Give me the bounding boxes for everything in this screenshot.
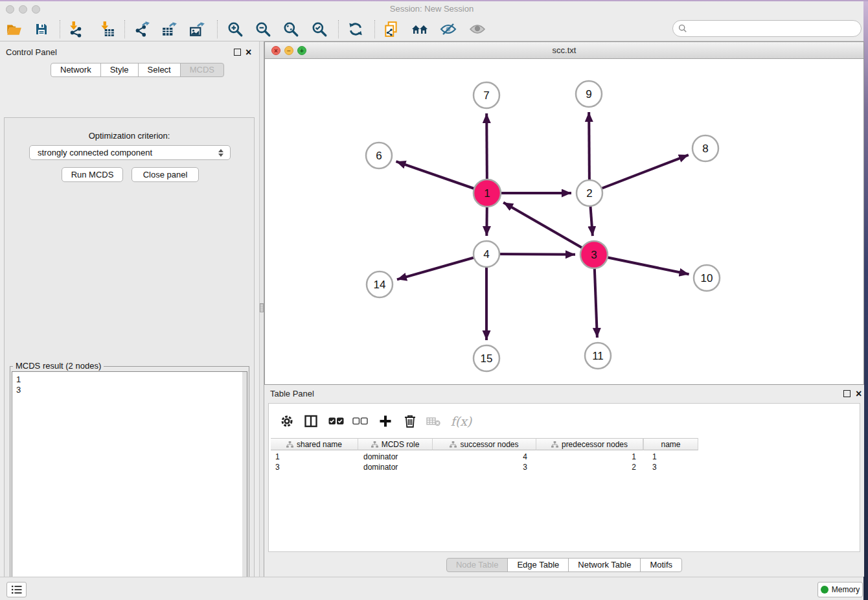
criterion-dropdown[interactable]: strongly connected component [29, 145, 231, 160]
task-history-button[interactable] [6, 582, 27, 597]
dropdown-arrows-icon [218, 149, 223, 157]
graph-edge-1-6[interactable] [396, 161, 487, 193]
toolbar-separator [217, 20, 218, 38]
table-panel: Table Panel × f(x) shared [264, 385, 864, 577]
zoom-out-button[interactable] [252, 19, 274, 40]
tab-network[interactable]: Network [51, 63, 101, 77]
zoom-selected-button[interactable] [308, 19, 330, 40]
deselect-all-button[interactable] [350, 413, 370, 430]
zoom-in-button[interactable] [224, 19, 246, 40]
eye-icon [468, 21, 486, 38]
close-panel-button[interactable]: Close panel [131, 167, 199, 182]
control-panel-tabs: Network Style Select MCDS [51, 63, 224, 77]
table-row[interactable]: 3 dominator 3 2 3 [271, 462, 698, 472]
plus-icon [379, 415, 392, 428]
function-builder-button[interactable]: f(x) [448, 413, 474, 430]
column-header-name[interactable]: name [643, 438, 698, 450]
tab-network-table[interactable]: Network Table [568, 558, 641, 572]
network-close-button[interactable]: × [271, 46, 280, 55]
cell-successor-nodes: 4 [433, 452, 536, 462]
toolbar-separator [338, 20, 339, 38]
export-table-button[interactable] [159, 19, 181, 40]
table-row[interactable]: 1 dominator 4 1 1 [271, 452, 698, 462]
column-header-mcds-role[interactable]: MCDS role [358, 438, 433, 450]
tab-mcds[interactable]: MCDS [180, 63, 224, 77]
toolbar-separator [60, 20, 60, 38]
zoom-window-button[interactable] [32, 5, 40, 14]
table-panel-float-button[interactable] [843, 390, 851, 397]
edge-layer [396, 112, 689, 340]
control-panel-float-button[interactable] [234, 49, 241, 56]
network-minimize-button[interactable]: − [284, 46, 293, 55]
column-header-shared-name[interactable]: shared name [271, 438, 358, 450]
delete-column-button[interactable] [400, 413, 420, 430]
export-image-button[interactable] [187, 19, 209, 40]
close-window-button[interactable] [6, 5, 14, 14]
unchecked-boxes-icon [352, 417, 368, 426]
delete-table-button[interactable] [424, 413, 443, 430]
control-panel: Control Panel × Network Style Select MCD… [0, 41, 259, 577]
add-column-button[interactable] [376, 413, 395, 430]
run-mcds-button[interactable]: Run MCDS [62, 167, 123, 182]
import-network-button[interactable] [65, 19, 87, 40]
tab-style[interactable]: Style [100, 63, 139, 77]
network-maximize-button[interactable]: + [297, 46, 306, 55]
mcds-panel: Optimization criterion: strongly connect… [4, 117, 255, 600]
column-type-icon [371, 441, 378, 448]
network-window-title: scc.txt [265, 42, 863, 58]
cell-predecessor-nodes: 1 [536, 452, 643, 462]
panel-splitter[interactable] [259, 41, 264, 577]
splitter-grip-icon[interactable] [260, 303, 264, 312]
tab-edge-table[interactable]: Edge Table [507, 558, 569, 572]
control-panel-title: Control Panel [6, 47, 57, 57]
houses-button[interactable] [409, 19, 431, 40]
refresh-button[interactable] [345, 19, 367, 40]
control-panel-close-button[interactable]: × [246, 49, 251, 56]
graph-edge-3-10[interactable] [594, 255, 689, 274]
open-file-button[interactable] [3, 19, 25, 40]
save-floppy-icon [34, 21, 49, 37]
delete-table-icon [426, 416, 440, 426]
desktop-wallpaper-strip [863, 0, 868, 600]
select-all-button[interactable] [326, 413, 346, 430]
mcds-result-list[interactable]: 1 3 [12, 371, 247, 600]
minimize-window-button[interactable] [19, 5, 27, 14]
import-table-button[interactable] [96, 19, 118, 40]
network-canvas-svg[interactable]: 7968124314101511 [265, 59, 863, 384]
memory-button[interactable]: Memory [817, 582, 863, 597]
table-panel-close-button[interactable]: × [856, 390, 862, 397]
refresh-icon [347, 21, 364, 38]
graph-edge-2-8[interactable] [589, 155, 689, 193]
main-toolbar [0, 17, 863, 41]
tab-node-table[interactable]: Node Table [446, 558, 508, 572]
export-table-icon [161, 21, 178, 38]
result-scrollbar[interactable] [242, 372, 247, 600]
search-field[interactable] [672, 20, 862, 37]
save-session-button[interactable] [30, 19, 52, 40]
graph-edge-3-1[interactable] [503, 202, 594, 255]
tab-motifs[interactable]: Motifs [640, 558, 682, 572]
tab-select[interactable]: Select [138, 63, 181, 77]
list-icon [11, 584, 23, 595]
search-input[interactable] [691, 24, 861, 34]
hide-selection-button[interactable] [437, 19, 459, 40]
export-network-button[interactable] [131, 19, 153, 40]
memory-label: Memory [832, 585, 860, 594]
fx-icon: f(x) [451, 414, 472, 428]
result-line: 1 [16, 375, 243, 385]
column-header-successor-nodes[interactable]: successor nodes [433, 438, 536, 450]
new-network-from-selection-button[interactable] [380, 19, 402, 40]
show-all-button[interactable] [466, 19, 488, 40]
optimization-criterion-label: Optimization criterion: [5, 131, 254, 141]
graph-node-label: 2 [586, 187, 592, 200]
table-settings-button[interactable] [277, 413, 297, 430]
graph-edge-4-14[interactable] [397, 254, 486, 279]
checked-boxes-icon [328, 417, 344, 426]
graph-node-label: 6 [376, 150, 382, 162]
node-table-container: f(x) shared name MCDS role successor nod… [268, 403, 860, 552]
zoom-fit-button[interactable] [280, 19, 302, 40]
network-window-titlebar[interactable]: × − + scc.txt [265, 42, 863, 59]
column-header-predecessor-nodes[interactable]: predecessor nodes [536, 438, 643, 450]
show-column-panel-button[interactable] [301, 413, 321, 430]
graph-node-label: 7 [483, 89, 489, 102]
